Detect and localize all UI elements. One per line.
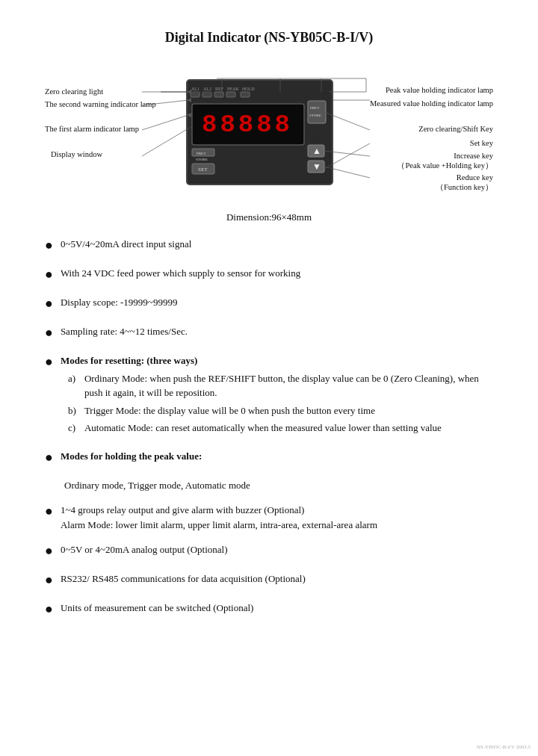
svg-text:▼: ▼	[312, 161, 321, 172]
sub-label-5a: a)	[68, 371, 84, 386]
sub-item-5b: b) Trigger Mode: the display value will …	[68, 403, 493, 418]
sub-list-5: a) Ordinary Mode: when push the REF/SHIF…	[61, 371, 493, 436]
bullet-dot-5: ●	[45, 352, 53, 372]
bullet-item-3: ● Display scope: -19999~99999	[45, 295, 493, 314]
sub-label-5c: c)	[68, 421, 84, 436]
bullet-dot-2: ●	[45, 264, 53, 285]
svg-rect-18	[308, 145, 324, 157]
bullet-dot-6: ●	[45, 447, 53, 468]
svg-rect-10	[241, 92, 250, 97]
svg-line-39	[324, 143, 370, 169]
label-increase-key-sub: （Peak value +Holding key）	[397, 161, 493, 171]
bullet-item-9: ● RS232/ RS485 communications for data a…	[45, 571, 493, 590]
svg-rect-13	[192, 149, 214, 156]
svg-rect-20	[308, 161, 324, 173]
sub-item-5c: c) Automatic Mode: can reset automatical…	[68, 421, 493, 436]
svg-line-38	[324, 112, 370, 130]
bullet-dot-8: ●	[45, 541, 53, 561]
svg-text:88888: 88888	[202, 111, 293, 139]
bullet-item-6: ● Modes for holding the peak value:	[45, 449, 493, 468]
bullet-dot-1: ●	[45, 235, 53, 255]
bullet-text-3: Display scope: -19999~99999	[61, 295, 493, 310]
label-peak-value-holding: Peak value holding indicator lamp	[386, 86, 493, 94]
bullet-item-7: ● 1~4 groups relay output and give alarm…	[45, 503, 493, 532]
svg-rect-11	[192, 104, 304, 145]
svg-marker-42	[187, 90, 191, 94]
svg-rect-22	[308, 101, 326, 123]
label-set-key: Set key	[470, 139, 493, 147]
svg-text:PEAK: PEAK	[227, 87, 239, 91]
page-title: Digital Indicator (NS-YB05C-B-I/V)	[45, 30, 493, 46]
diagram-svg: AL1 AL2 REF PEAK HOLD 88888 PREV STORE	[45, 59, 493, 208]
bullet-item-8: ● 0~5V or 4~20mA analog output (Optional…	[45, 542, 493, 561]
bullet-text-2: With 24 VDC feed power which supply to s…	[61, 266, 493, 281]
bullet-dot-3: ●	[45, 294, 53, 314]
svg-rect-9	[226, 92, 235, 97]
bullet-5-main: Modes for resetting: (three ways)	[61, 355, 197, 366]
diagram-section: Zero clearing light The second warning i…	[45, 59, 493, 223]
svg-text:PREV: PREV	[197, 152, 206, 155]
svg-text:HOLD: HOLD	[242, 87, 255, 91]
svg-marker-44	[187, 113, 191, 117]
label-reduce-key: Reduce key	[457, 173, 493, 182]
svg-text:STORE: STORE	[309, 114, 321, 117]
svg-rect-6	[191, 92, 200, 97]
bullet-dot-10: ●	[45, 599, 53, 619]
svg-text:STORE: STORE	[196, 158, 208, 161]
label-measured-value: Measured value holding indicator lamp	[370, 99, 493, 108]
sub-text-5c: Automatic Mode: can reset automatically …	[84, 421, 442, 436]
label-increase-key: Increase key	[454, 152, 493, 160]
sub-item-5a: a) Ordinary Mode: when push the REF/SHIF…	[68, 371, 493, 400]
svg-rect-8	[214, 92, 223, 97]
bullet-list: ● 0~5V/4~20mA direct input signal ● With…	[45, 237, 493, 468]
bullet-text-1: 0~5V/4~20mA direct input signal	[61, 237, 493, 252]
bullet-item-5: ● Modes for resetting: (three ways) a) O…	[45, 353, 493, 439]
bullet-dot-9: ●	[45, 570, 53, 590]
bullet-text-9: RS232/ RS485 communications for data acq…	[61, 571, 493, 586]
bullet-7-main: Alarm Mode: lower limit alarm, upper lim…	[61, 519, 377, 530]
svg-line-30	[142, 126, 192, 156]
bullet-text-10: Units of measurement can be switched (Op…	[61, 601, 493, 616]
bullet-text-8: 0~5V or 4~20mA analog output (Optional)	[61, 542, 493, 557]
bullet-item-10: ● Units of measurement can be switched (…	[45, 601, 493, 619]
footer: NS-YB05C-B-I/V 2003.5	[477, 744, 531, 750]
bullet-text-4: Sampling rate: 4~~12 times/Sec.	[61, 324, 493, 339]
svg-text:AL1: AL1	[191, 87, 200, 91]
bullet-text-5: Modes for resetting: (three ways) a) Ord…	[61, 353, 493, 439]
svg-line-41	[324, 167, 370, 178]
diagram-container: Zero clearing light The second warning i…	[45, 59, 493, 208]
svg-marker-43	[187, 98, 191, 102]
svg-rect-0	[187, 80, 333, 185]
label-second-warning: The second warning indicator lamp	[45, 100, 156, 108]
svg-text:SET: SET	[198, 167, 208, 173]
bullet-list-2: ● 1~4 groups relay output and give alarm…	[45, 503, 493, 619]
label-first-alarm: The first alarm indicator lamp	[45, 125, 139, 133]
dimension-text: Dimension:96×48mm	[45, 211, 493, 223]
bullet-dot-4: ●	[45, 323, 53, 343]
sub-label-5b: b)	[68, 403, 84, 418]
svg-text:▲: ▲	[312, 146, 321, 156]
sub-text-5a: Ordinary Mode: when push the REF/SHIFT b…	[84, 371, 493, 400]
bullet-7-pre: 1~4 groups relay output and give alarm w…	[61, 503, 493, 518]
svg-line-40	[324, 151, 370, 156]
sub-text-5b: Trigger Mode: the display value will be …	[84, 403, 375, 418]
svg-line-29	[142, 115, 188, 130]
label-reduce-key-sub: （Function key）	[436, 182, 493, 193]
label-zero-clearing-shift: Zero clearing/Shift Key	[418, 125, 493, 133]
svg-text:REF: REF	[215, 87, 224, 91]
indent-ordinary-mode: Ordinary mode, Trigger mode, Automatic m…	[45, 478, 493, 493]
svg-text:PREV: PREV	[310, 106, 320, 110]
bullet-6-main: Modes for holding the peak value:	[61, 450, 202, 462]
bullet-text-6: Modes for holding the peak value:	[61, 449, 493, 464]
bullet-text-7: 1~4 groups relay output and give alarm w…	[61, 503, 493, 532]
bullet-dot-7: ●	[45, 501, 53, 521]
label-zero-clearing-light: Zero clearing light	[45, 87, 103, 96]
bullet-item-2: ● With 24 VDC feed power which supply to…	[45, 266, 493, 285]
bullet-item-1: ● 0~5V/4~20mA direct input signal	[45, 237, 493, 255]
label-display-window: Display window	[51, 150, 102, 158]
svg-rect-7	[202, 92, 211, 97]
svg-text:AL2: AL2	[203, 87, 211, 91]
svg-rect-16	[192, 164, 214, 174]
bullet-item-4: ● Sampling rate: 4~~12 times/Sec.	[45, 324, 493, 343]
